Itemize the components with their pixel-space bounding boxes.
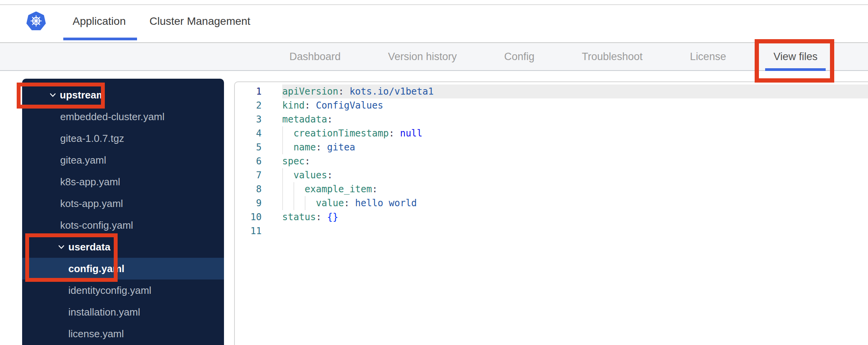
line-number: 2 (235, 98, 262, 112)
code-token: spec (282, 156, 305, 167)
code-line: 1apiVersion: kots.io/v1beta1 (235, 85, 868, 98)
tree-file-kots-config.yaml[interactable]: kots-config.yaml (22, 214, 224, 236)
top-tab-cluster-management[interactable]: Cluster Management (149, 0, 250, 42)
code-line: 3metadata: (235, 112, 868, 126)
top-tab-label: Cluster Management (149, 15, 250, 28)
line-number: 8 (235, 182, 262, 196)
indent-guide (305, 196, 306, 210)
code-line: 4 creationTimestamp: null (235, 126, 868, 140)
code-token: status (282, 212, 316, 223)
line-number: 11 (235, 224, 262, 238)
tree-file-embedded-cluster.yaml[interactable]: embedded-cluster.yaml (22, 106, 224, 128)
code-token: values (293, 170, 327, 181)
tab-troubleshoot[interactable]: Troubleshoot (582, 43, 643, 70)
tab-label: License (690, 51, 726, 63)
code-token: : (389, 128, 394, 139)
code-token: creationTimestamp (293, 128, 389, 139)
tree-file-gitea-1.0.7.tgz[interactable]: gitea-1.0.7.tgz (22, 128, 224, 149)
tab-config[interactable]: Config (504, 43, 535, 70)
tab-dashboard[interactable]: Dashboard (290, 43, 341, 70)
file-label: identityconfig.yaml (68, 285, 151, 297)
code-line-content: status: {} (282, 210, 868, 224)
chevron-down-icon (49, 91, 56, 98)
top-tab-label: Application (73, 15, 126, 28)
code-line-content: creationTimestamp: null (282, 126, 868, 140)
line-number: 4 (235, 126, 262, 140)
tab-label: Version history (388, 51, 457, 63)
tree-file-gitea.yaml[interactable]: gitea.yaml (22, 149, 224, 171)
top-tab-application[interactable]: Application (73, 0, 126, 42)
code-token (310, 100, 316, 111)
indent-guide (293, 182, 294, 196)
chevron-down-icon (58, 243, 65, 250)
code-line-content: kind: ConfigValues (282, 98, 868, 112)
code-line-content (282, 224, 868, 238)
code-token: : (316, 212, 321, 223)
file-label: embedded-cluster.yaml (60, 111, 165, 123)
code-token: : (316, 142, 321, 153)
file-label: installation.yaml (68, 306, 140, 318)
line-number: 1 (235, 85, 262, 98)
code-line: 2kind: ConfigValues (235, 98, 868, 112)
tab-label: Troubleshoot (582, 51, 643, 63)
code-token: : (339, 86, 344, 97)
code-token (282, 198, 316, 209)
code-token: null (400, 128, 422, 139)
code-token (282, 170, 293, 181)
code-line-content: apiVersion: kots.io/v1beta1 (282, 85, 868, 98)
code-token: : (372, 184, 377, 195)
code-token (321, 142, 327, 153)
file-label: gitea-1.0.7.tgz (60, 133, 124, 145)
code-token (321, 212, 327, 223)
tab-view-files[interactable]: View files (773, 43, 818, 70)
line-number: 6 (235, 154, 262, 168)
tree-file-identityconfig.yaml[interactable]: identityconfig.yaml (22, 279, 224, 301)
code-token: name (293, 142, 316, 153)
tree-file-installation.yaml[interactable]: installation.yaml (22, 301, 224, 323)
tree-file-kots-app.yaml[interactable]: kots-app.yaml (22, 193, 224, 214)
code-token (344, 86, 349, 97)
tab-license[interactable]: License (690, 43, 726, 70)
tree-file-config.yaml[interactable]: config.yaml (22, 258, 224, 279)
code-token: : (344, 198, 349, 209)
tree-file-license.yaml[interactable]: license.yaml (22, 323, 224, 345)
line-number: 7 (235, 168, 262, 182)
code-token: : (327, 170, 333, 181)
indent-guide (282, 140, 283, 154)
code-line-content: value: hello world (282, 196, 868, 210)
kots-admin-console: ApplicationCluster Management DashboardV… (0, 0, 868, 345)
file-label: kots-config.yaml (60, 219, 133, 231)
code-line-content: spec: (282, 154, 868, 168)
code-token (394, 128, 400, 139)
code-token: value (316, 198, 344, 209)
code-token (282, 128, 293, 139)
app-nav-tabs: DashboardVersion historyConfigTroublesho… (0, 42, 868, 71)
top-navbar: ApplicationCluster Management (0, 0, 868, 42)
code-token: metadata (282, 114, 327, 125)
code-token: apiVersion (282, 86, 339, 97)
file-label: k8s-app.yaml (60, 176, 120, 188)
code-line: 7 values: (235, 168, 868, 182)
tree-folder-userdata[interactable]: userdata (22, 236, 224, 258)
indent-guide (282, 126, 283, 140)
tree-folder-upstream[interactable]: upstream (22, 84, 224, 106)
tree-file-k8s-app.yaml[interactable]: k8s-app.yaml (22, 171, 224, 193)
file-tree-sidebar: upstreamembedded-cluster.yamlgitea-1.0.7… (22, 79, 224, 345)
code-line: 11 (235, 224, 868, 238)
line-number: 3 (235, 112, 262, 126)
tab-version-history[interactable]: Version history (388, 43, 457, 70)
code-token: kind (282, 100, 305, 111)
code-line-content: metadata: (282, 112, 868, 126)
code-token: ConfigValues (316, 100, 383, 111)
code-token (282, 142, 293, 153)
code-token: : (305, 100, 310, 111)
indent-guide (293, 196, 294, 210)
folder-label: upstream (60, 89, 105, 101)
code-line: 10status: {} (235, 210, 868, 224)
code-token: {} (327, 212, 339, 223)
code-token (349, 198, 355, 209)
code-line-content: name: gitea (282, 140, 868, 154)
code-token: gitea (327, 142, 355, 153)
code-line: 8 example_item: (235, 182, 868, 196)
yaml-editor[interactable]: 1apiVersion: kots.io/v1beta12kind: Confi… (234, 81, 868, 345)
